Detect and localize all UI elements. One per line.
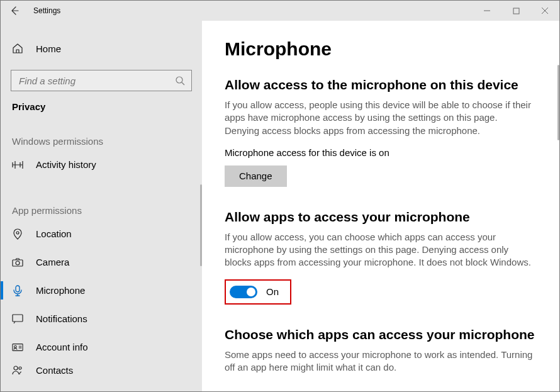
window-title: Settings (30, 6, 60, 15)
svg-point-9 (14, 366, 18, 370)
back-button[interactable] (1, 1, 30, 21)
svg-rect-6 (13, 315, 23, 322)
apps-access-toggle[interactable] (230, 286, 257, 298)
sidebar-item-label: Activity history (36, 159, 96, 170)
sidebar-item-microphone[interactable]: Microphone (1, 276, 202, 305)
section-description: If you allow access, people using this d… (225, 99, 533, 137)
search-input[interactable] (11, 70, 192, 91)
section-heading: Allow access to the microphone on this d… (225, 77, 540, 92)
arrow-left-icon (10, 6, 20, 16)
apps-access-toggle-highlight: On (225, 279, 291, 305)
main-scrollbar[interactable] (557, 65, 559, 140)
sidebar-item-label: Location (36, 228, 72, 239)
sidebar-item-location[interactable]: Location (1, 220, 202, 248)
search-field[interactable] (18, 75, 175, 87)
section-heading: Allow apps to access your microphone (225, 210, 540, 225)
home-link[interactable]: Home (1, 36, 202, 61)
notifications-icon (12, 314, 23, 324)
maximize-button[interactable] (501, 1, 530, 21)
section-apps-access: Allow apps to access your microphone If … (225, 210, 540, 305)
microphone-icon (12, 285, 23, 296)
toggle-state-label: On (266, 286, 279, 297)
home-icon (12, 43, 23, 54)
sidebar-item-contacts[interactable]: Contacts (1, 361, 202, 380)
sidebar-item-label: Notifications (36, 313, 87, 324)
section-description: If you allow access, you can choose whic… (225, 231, 533, 269)
titlebar: Settings (1, 1, 559, 21)
group-app-permissions: App permissions (1, 194, 202, 220)
change-button[interactable]: Change (225, 165, 287, 187)
svg-point-2 (16, 232, 19, 234)
group-windows-permissions: Windows permissions (1, 125, 202, 150)
close-button[interactable] (530, 1, 559, 21)
device-access-status: Microphone access for this device is on (225, 147, 540, 158)
home-label: Home (36, 43, 61, 54)
section-choose-apps: Choose which apps can access your microp… (225, 327, 540, 374)
contacts-icon (12, 365, 23, 375)
sidebar-item-camera[interactable]: Camera (1, 248, 202, 276)
minimize-button[interactable] (473, 1, 501, 21)
main-content: Microphone Allow access to the microphon… (202, 21, 559, 391)
svg-point-10 (19, 367, 21, 369)
sidebar-item-label: Microphone (36, 285, 85, 296)
account-info-icon (12, 343, 23, 352)
page-title: Microphone (225, 38, 540, 60)
svg-rect-0 (513, 8, 519, 14)
svg-point-4 (16, 261, 20, 265)
search-icon (175, 76, 185, 86)
activity-history-icon (12, 160, 23, 169)
camera-icon (12, 258, 23, 267)
svg-rect-5 (16, 286, 20, 292)
section-device-access: Allow access to the microphone on this d… (225, 77, 540, 187)
svg-point-8 (14, 345, 17, 348)
category-label: Privacy (1, 99, 202, 125)
svg-point-1 (176, 77, 182, 83)
sidebar-item-activity-history[interactable]: Activity history (1, 150, 202, 179)
sidebar: Home Privacy Windows permissions Activit… (1, 21, 202, 391)
sidebar-item-label: Camera (36, 257, 69, 267)
sidebar-item-notifications[interactable]: Notifications (1, 305, 202, 333)
sidebar-item-label: Contacts (36, 365, 73, 376)
sidebar-item-label: Account info (36, 342, 88, 352)
sidebar-item-account-info[interactable]: Account info (1, 333, 202, 361)
location-icon (12, 228, 23, 240)
section-heading: Choose which apps can access your microp… (225, 327, 540, 342)
section-description: Some apps need to access your microphone… (225, 349, 533, 374)
